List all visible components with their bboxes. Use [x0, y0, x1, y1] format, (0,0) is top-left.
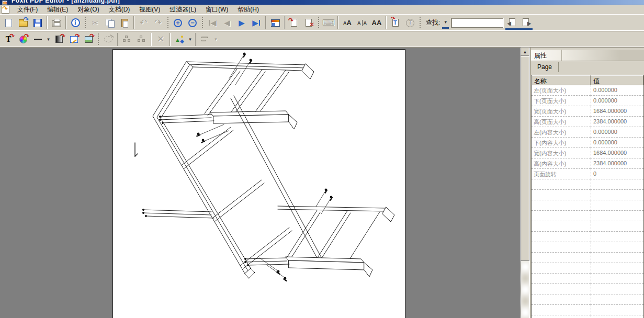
edit-color-button[interactable]: ↷ — [16, 32, 30, 47]
separator — [117, 33, 118, 46]
copy-button[interactable] — [103, 16, 117, 30]
font-size-button[interactable]: AA — [340, 16, 355, 30]
property-value[interactable]: 0.000000 — [591, 85, 643, 96]
pdf-page[interactable] — [112, 49, 405, 318]
find-previous-button[interactable]: ◀ — [505, 16, 519, 30]
property-name — [532, 179, 591, 190]
menu-item[interactable]: 视图(V) — [134, 4, 165, 15]
print-button[interactable] — [49, 16, 64, 30]
menu-item[interactable]: 对象(O) — [73, 4, 104, 15]
last-page-button[interactable]: ▶ — [249, 16, 264, 30]
property-value[interactable] — [591, 211, 643, 221]
vertical-scrollbar[interactable]: ▲ — [521, 48, 529, 318]
property-value[interactable]: 2384.000000 — [591, 158, 643, 169]
align-icon — [201, 36, 209, 42]
insert-shape-button[interactable]: ▲ ● ◆ — [172, 32, 187, 47]
property-value[interactable] — [591, 221, 643, 232]
arrow-up-icon: ▲ — [523, 50, 527, 54]
document-info-button[interactable]: i — [68, 16, 83, 30]
property-value[interactable] — [591, 179, 643, 190]
align-button[interactable] — [198, 32, 212, 47]
add-text-button[interactable]: T↷ — [1, 32, 16, 47]
property-value[interactable]: 0.000000 — [591, 96, 643, 106]
property-value[interactable] — [591, 315, 643, 318]
property-value[interactable]: 1684.000000 — [591, 148, 643, 158]
toolbar-grip — [84, 16, 86, 29]
insert-page-button[interactable]: ↷ — [287, 16, 301, 30]
scroll-thumb[interactable] — [521, 56, 529, 261]
find-options-dropdown[interactable]: ▾ — [442, 17, 449, 29]
text-mode-button[interactable]: T — [403, 16, 417, 30]
property-value[interactable]: 0.000000 — [591, 127, 643, 138]
insert-image-button[interactable]: ↷ — [81, 32, 96, 47]
char-width-button[interactable]: AA — [369, 16, 384, 30]
panel-caption: 属性 — [531, 50, 644, 61]
menu-item[interactable]: 文件(F) — [13, 4, 42, 15]
property-value[interactable]: 1684.000000 — [591, 106, 643, 117]
property-value[interactable] — [591, 253, 643, 263]
group-button[interactable] — [120, 32, 134, 47]
shading-button[interactable]: ↷ — [52, 32, 66, 47]
find-input[interactable] — [451, 18, 503, 28]
open-button[interactable]: ↷ — [16, 16, 30, 30]
property-name: 宽(页面大小) — [532, 106, 591, 117]
column-header-value[interactable]: 值 — [591, 75, 643, 85]
tab-page[interactable]: Page — [533, 62, 559, 72]
scroll-up-button[interactable]: ▲ — [521, 48, 529, 56]
menu-item[interactable]: 过滤器(L) — [165, 4, 201, 15]
virtual-keyboard-button[interactable]: ⌨ — [321, 16, 336, 30]
clone-tool-button[interactable] — [101, 32, 116, 47]
property-value[interactable] — [591, 190, 643, 200]
insert-text-button[interactable]: T↷ — [388, 16, 403, 30]
property-row — [532, 315, 643, 318]
property-row — [532, 263, 643, 274]
menu-item[interactable]: 文档(D) — [104, 4, 135, 15]
line-style-dropdown[interactable]: ▾ — [45, 33, 52, 45]
circle-t-icon: T — [406, 19, 414, 27]
find-next-button[interactable]: ▶ — [519, 16, 533, 30]
property-value[interactable] — [591, 263, 643, 274]
edit-image-button[interactable]: ↷ — [66, 32, 81, 47]
property-value[interactable]: 2384.000000 — [591, 117, 643, 127]
line-style-button[interactable] — [30, 32, 45, 47]
property-value[interactable] — [591, 294, 643, 305]
a-icon: A — [364, 20, 367, 26]
char-spacing-button[interactable]: AA — [355, 16, 369, 30]
ungroup-button[interactable] — [134, 32, 149, 47]
property-value[interactable] — [591, 274, 643, 284]
property-value[interactable] — [591, 284, 643, 294]
property-value[interactable] — [591, 200, 643, 211]
redo-icon: ↷ — [154, 18, 162, 27]
menu-item[interactable]: 编辑(E) — [42, 4, 73, 15]
property-value[interactable]: 0 — [591, 169, 643, 179]
redo-button[interactable]: ↷ — [151, 16, 165, 30]
property-value[interactable] — [591, 305, 643, 315]
line-icon — [34, 39, 42, 40]
next-page-button[interactable]: ▶ — [234, 16, 249, 30]
shape-dropdown[interactable]: ▾ — [187, 33, 194, 45]
big-a-icon: A — [347, 19, 352, 27]
menu-item[interactable]: 窗口(W) — [201, 4, 233, 15]
panel-title: 属性 — [534, 51, 547, 60]
column-header-name[interactable]: 名称 — [532, 75, 591, 85]
paste-button[interactable] — [117, 16, 132, 30]
delete-page-button[interactable]: ✕ — [301, 16, 316, 30]
document-canvas[interactable] — [0, 48, 521, 318]
property-name: 宽(内容大小) — [532, 148, 591, 158]
new-document-button[interactable] — [1, 16, 16, 30]
undo-button[interactable]: ↶ — [136, 16, 151, 30]
page-layout-button[interactable] — [268, 16, 283, 30]
menu-item[interactable]: 帮助(H) — [233, 4, 264, 15]
property-value[interactable]: 0.000000 — [591, 138, 643, 148]
save-button[interactable] — [30, 16, 45, 30]
property-value[interactable] — [591, 242, 643, 253]
delete-object-button[interactable]: ✕ — [153, 32, 168, 47]
zoom-out-button[interactable]: − — [185, 16, 200, 30]
cut-button[interactable]: ✂ — [88, 16, 103, 30]
red-arrow-icon: ↷ — [75, 32, 80, 40]
align-dropdown[interactable]: ▾ — [212, 33, 219, 45]
first-page-button[interactable]: ◀ — [205, 16, 220, 30]
property-value[interactable] — [591, 232, 643, 242]
zoom-in-button[interactable]: + — [171, 16, 185, 30]
previous-page-button[interactable]: ◀ — [220, 16, 234, 30]
